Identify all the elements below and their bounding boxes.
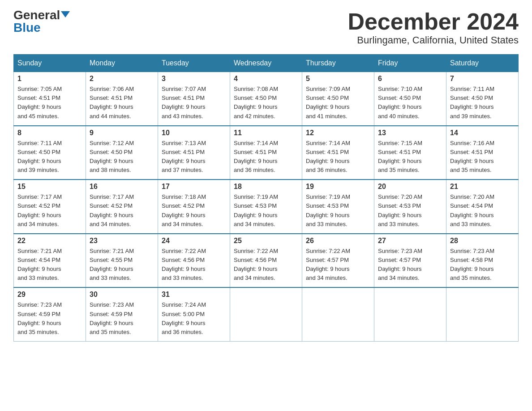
calendar-cell: 12 Sunrise: 7:14 AMSunset: 4:51 PMDaylig…: [302, 126, 374, 180]
day-info: Sunrise: 7:19 AMSunset: 4:53 PMDaylight:…: [306, 193, 350, 227]
calendar-cell: 5 Sunrise: 7:09 AMSunset: 4:50 PMDayligh…: [302, 72, 374, 126]
day-number: 8: [17, 129, 82, 137]
day-info: Sunrise: 7:15 AMSunset: 4:51 PMDaylight:…: [378, 140, 422, 173]
calendar-cell: 24 Sunrise: 7:22 AMSunset: 4:56 PMDaylig…: [158, 234, 230, 288]
day-info: Sunrise: 7:20 AMSunset: 4:53 PMDaylight:…: [378, 193, 422, 227]
calendar-header-wednesday: Wednesday: [230, 55, 302, 72]
calendar-header-sunday: Sunday: [14, 55, 86, 72]
calendar-header-monday: Monday: [86, 55, 158, 72]
calendar-cell: 21 Sunrise: 7:20 AMSunset: 4:54 PMDaylig…: [446, 180, 519, 234]
calendar-header-friday: Friday: [374, 55, 446, 72]
calendar-header-row: SundayMondayTuesdayWednesdayThursdayFrid…: [14, 55, 519, 72]
day-info: Sunrise: 7:05 AMSunset: 4:51 PMDaylight:…: [17, 86, 62, 119]
day-info: Sunrise: 7:06 AMSunset: 4:51 PMDaylight:…: [90, 86, 134, 119]
day-number: 31: [162, 291, 226, 299]
calendar-cell: 20 Sunrise: 7:20 AMSunset: 4:53 PMDaylig…: [374, 180, 446, 234]
calendar-cell: 1 Sunrise: 7:05 AMSunset: 4:51 PMDayligh…: [14, 72, 86, 126]
calendar-cell: 29 Sunrise: 7:23 AMSunset: 4:59 PMDaylig…: [14, 287, 86, 341]
day-number: 26: [306, 237, 370, 245]
day-info: Sunrise: 7:10 AMSunset: 4:50 PMDaylight:…: [378, 86, 422, 119]
day-info: Sunrise: 7:24 AMSunset: 5:00 PMDaylight:…: [162, 301, 206, 335]
day-info: Sunrise: 7:21 AMSunset: 4:54 PMDaylight:…: [17, 248, 62, 281]
day-number: 25: [234, 237, 298, 245]
day-number: 14: [450, 129, 515, 137]
day-info: Sunrise: 7:22 AMSunset: 4:57 PMDaylight:…: [306, 248, 350, 281]
calendar-header-thursday: Thursday: [302, 55, 374, 72]
day-info: Sunrise: 7:16 AMSunset: 4:51 PMDaylight:…: [450, 140, 494, 173]
day-number: 7: [450, 75, 515, 83]
day-number: 17: [162, 183, 226, 191]
calendar-cell: 6 Sunrise: 7:10 AMSunset: 4:50 PMDayligh…: [374, 72, 446, 126]
calendar-week-row: 15 Sunrise: 7:17 AMSunset: 4:52 PMDaylig…: [14, 180, 519, 234]
day-info: Sunrise: 7:23 AMSunset: 4:57 PMDaylight:…: [378, 248, 422, 281]
day-info: Sunrise: 7:13 AMSunset: 4:51 PMDaylight:…: [162, 140, 206, 173]
day-number: 6: [378, 75, 442, 83]
day-number: 29: [17, 291, 82, 299]
calendar-cell: 9 Sunrise: 7:12 AMSunset: 4:50 PMDayligh…: [86, 126, 158, 180]
calendar-cell: 22 Sunrise: 7:21 AMSunset: 4:54 PMDaylig…: [14, 234, 86, 288]
logo-blue-text: Blue: [13, 21, 41, 34]
logo-general-text: General: [13, 9, 60, 21]
calendar-cell: [302, 287, 374, 341]
calendar-cell: [374, 287, 446, 341]
day-number: 28: [450, 237, 515, 245]
calendar-cell: 2 Sunrise: 7:06 AMSunset: 4:51 PMDayligh…: [86, 72, 158, 126]
day-info: Sunrise: 7:12 AMSunset: 4:50 PMDaylight:…: [90, 140, 134, 173]
calendar-cell: 26 Sunrise: 7:22 AMSunset: 4:57 PMDaylig…: [302, 234, 374, 288]
day-info: Sunrise: 7:23 AMSunset: 4:59 PMDaylight:…: [17, 301, 62, 335]
day-number: 19: [306, 183, 370, 191]
day-info: Sunrise: 7:21 AMSunset: 4:55 PMDaylight:…: [90, 248, 134, 281]
day-number: 20: [378, 183, 442, 191]
day-number: 30: [90, 291, 154, 299]
calendar-header-tuesday: Tuesday: [158, 55, 230, 72]
calendar-cell: 28 Sunrise: 7:23 AMSunset: 4:58 PMDaylig…: [446, 234, 519, 288]
calendar-cell: 7 Sunrise: 7:11 AMSunset: 4:50 PMDayligh…: [446, 72, 519, 126]
calendar-cell: 15 Sunrise: 7:17 AMSunset: 4:52 PMDaylig…: [14, 180, 86, 234]
calendar-cell: 17 Sunrise: 7:18 AMSunset: 4:52 PMDaylig…: [158, 180, 230, 234]
calendar-cell: 11 Sunrise: 7:14 AMSunset: 4:51 PMDaylig…: [230, 126, 302, 180]
calendar-cell: 25 Sunrise: 7:22 AMSunset: 4:56 PMDaylig…: [230, 234, 302, 288]
calendar-cell: 23 Sunrise: 7:21 AMSunset: 4:55 PMDaylig…: [86, 234, 158, 288]
day-info: Sunrise: 7:18 AMSunset: 4:52 PMDaylight:…: [162, 193, 206, 227]
day-info: Sunrise: 7:23 AMSunset: 4:58 PMDaylight:…: [450, 248, 494, 281]
day-number: 27: [378, 237, 442, 245]
day-info: Sunrise: 7:22 AMSunset: 4:56 PMDaylight:…: [234, 248, 278, 281]
calendar-cell: 13 Sunrise: 7:15 AMSunset: 4:51 PMDaylig…: [374, 126, 446, 180]
day-info: Sunrise: 7:20 AMSunset: 4:54 PMDaylight:…: [450, 193, 494, 227]
calendar-week-row: 29 Sunrise: 7:23 AMSunset: 4:59 PMDaylig…: [14, 287, 519, 341]
day-info: Sunrise: 7:08 AMSunset: 4:50 PMDaylight:…: [234, 86, 278, 119]
calendar-cell: 8 Sunrise: 7:11 AMSunset: 4:50 PMDayligh…: [14, 126, 86, 180]
day-info: Sunrise: 7:23 AMSunset: 4:59 PMDaylight:…: [90, 301, 134, 335]
day-info: Sunrise: 7:17 AMSunset: 4:52 PMDaylight:…: [17, 193, 62, 227]
calendar-cell: 30 Sunrise: 7:23 AMSunset: 4:59 PMDaylig…: [86, 287, 158, 341]
day-number: 11: [234, 129, 298, 137]
day-number: 24: [162, 237, 226, 245]
calendar-cell: 18 Sunrise: 7:19 AMSunset: 4:53 PMDaylig…: [230, 180, 302, 234]
day-info: Sunrise: 7:22 AMSunset: 4:56 PMDaylight:…: [162, 248, 206, 281]
month-title: December 2024: [348, 9, 519, 34]
day-number: 22: [17, 237, 82, 245]
day-number: 13: [378, 129, 442, 137]
calendar-week-row: 22 Sunrise: 7:21 AMSunset: 4:54 PMDaylig…: [14, 234, 519, 288]
day-number: 4: [234, 75, 298, 83]
calendar-cell: 10 Sunrise: 7:13 AMSunset: 4:51 PMDaylig…: [158, 126, 230, 180]
calendar-cell: 3 Sunrise: 7:07 AMSunset: 4:51 PMDayligh…: [158, 72, 230, 126]
day-info: Sunrise: 7:11 AMSunset: 4:50 PMDaylight:…: [450, 86, 494, 119]
calendar-cell: 16 Sunrise: 7:17 AMSunset: 4:52 PMDaylig…: [86, 180, 158, 234]
day-info: Sunrise: 7:14 AMSunset: 4:51 PMDaylight:…: [234, 140, 278, 173]
day-info: Sunrise: 7:07 AMSunset: 4:51 PMDaylight:…: [162, 86, 206, 119]
day-number: 15: [17, 183, 82, 191]
day-number: 16: [90, 183, 154, 191]
title-block: December 2024 Burlingame, California, Un…: [348, 9, 519, 46]
day-number: 23: [90, 237, 154, 245]
logo-triangle-icon: [61, 11, 70, 17]
calendar-cell: 14 Sunrise: 7:16 AMSunset: 4:51 PMDaylig…: [446, 126, 519, 180]
day-number: 21: [450, 183, 515, 191]
day-number: 3: [162, 75, 226, 83]
calendar-cell: 31 Sunrise: 7:24 AMSunset: 5:00 PMDaylig…: [158, 287, 230, 341]
day-info: Sunrise: 7:11 AMSunset: 4:50 PMDaylight:…: [17, 140, 62, 173]
location-title: Burlingame, California, United States: [348, 34, 519, 46]
day-number: 5: [306, 75, 370, 83]
day-info: Sunrise: 7:14 AMSunset: 4:51 PMDaylight:…: [306, 140, 350, 173]
logo: General Blue: [13, 9, 70, 34]
